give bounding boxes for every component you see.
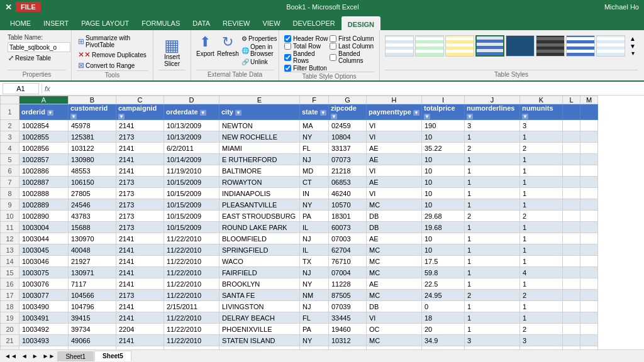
data-cell[interactable]: 1 — [520, 154, 563, 165]
data-cell[interactable]: 2141 — [116, 256, 164, 267]
data-cell[interactable]: 11/22/2010 — [164, 244, 219, 256]
data-cell[interactable]: 2141 — [116, 335, 164, 346]
data-cell[interactable]: 103122 — [69, 143, 116, 154]
data-cell[interactable]: 1 — [465, 131, 520, 143]
data-cell[interactable]: 10/13/2009 — [164, 120, 219, 131]
header-zipcode[interactable]: zipcode ▼ — [329, 104, 367, 120]
data-cell[interactable]: 2 — [520, 324, 563, 335]
data-cell[interactable]: 2/15/2011 — [164, 301, 219, 312]
tab-data[interactable]: DATA — [186, 16, 216, 30]
data-cell[interactable]: 1 — [520, 177, 563, 188]
data-cell[interactable]: 29.68 — [422, 211, 465, 222]
data-cell[interactable]: 35.22 — [422, 143, 465, 154]
data-cell[interactable]: 10/15/2009 — [164, 188, 219, 199]
data-cell[interactable]: 1002890 — [19, 211, 69, 222]
data-cell[interactable]: NEW ROCHELLE — [219, 131, 300, 143]
data-cell[interactable]: 3 — [520, 335, 563, 346]
data-cell[interactable]: 3 — [520, 120, 563, 131]
col-header-e[interactable]: E — [219, 96, 300, 104]
data-cell[interactable]: 1003046 — [19, 256, 69, 267]
data-cell[interactable]: E RUTHERFORD — [219, 154, 300, 165]
data-cell[interactable]: MA — [300, 120, 329, 131]
data-cell[interactable]: 1003492 — [19, 324, 69, 335]
data-cell[interactable]: MD — [300, 165, 329, 177]
data-cell[interactable]: MC — [367, 335, 422, 346]
data-cell[interactable]: AE — [367, 278, 422, 290]
data-cell[interactable]: 87505 — [329, 290, 367, 301]
tab-page-layout[interactable]: PAGE LAYOUT — [75, 16, 135, 30]
data-cell[interactable]: 1 — [465, 165, 520, 177]
file-menu-item[interactable]: FILE — [16, 2, 41, 12]
data-cell[interactable]: 49066 — [69, 335, 116, 346]
data-cell[interactable]: 07003 — [329, 233, 367, 244]
data-cell[interactable]: 21218 — [329, 165, 367, 177]
data-cell[interactable]: PLEASANTVILLE — [219, 199, 300, 211]
data-cell[interactable]: MC — [367, 290, 422, 301]
data-cell[interactable]: MC — [367, 199, 422, 211]
data-cell[interactable]: 2141 — [116, 143, 164, 154]
data-cell[interactable]: INDIANAPOLIS — [219, 188, 300, 199]
data-cell[interactable]: 1003076 — [19, 278, 69, 290]
data-cell[interactable]: 2173 — [116, 199, 164, 211]
data-cell[interactable]: 1 — [520, 165, 563, 177]
data-cell[interactable]: 21927 — [69, 256, 116, 267]
data-cell[interactable]: 1003045 — [19, 244, 69, 256]
data-cell[interactable]: 07004 — [329, 267, 367, 278]
data-cell[interactable]: 39415 — [69, 312, 116, 324]
data-cell[interactable]: PA — [300, 324, 329, 335]
col-header-k[interactable]: K — [520, 96, 563, 104]
data-cell[interactable]: NEWTON — [219, 120, 300, 131]
data-cell[interactable]: IL — [300, 222, 329, 233]
data-cell[interactable]: 1 — [520, 188, 563, 199]
data-cell[interactable]: 130970 — [69, 233, 116, 244]
data-cell[interactable]: 10 — [422, 233, 465, 244]
tab-view[interactable]: VIEW — [256, 16, 286, 30]
data-cell[interactable]: 48553 — [69, 165, 116, 177]
data-cell[interactable]: 33445 — [329, 312, 367, 324]
data-cell[interactable]: 2141 — [116, 278, 164, 290]
data-cell[interactable]: ROWAYTON — [219, 177, 300, 188]
data-cell[interactable]: 1 — [465, 278, 520, 290]
data-cell[interactable]: 19460 — [329, 324, 367, 335]
data-cell[interactable]: VI — [367, 165, 422, 177]
data-cell[interactable]: 1 — [465, 233, 520, 244]
data-cell[interactable]: 2173 — [116, 188, 164, 199]
resize-table-btn[interactable]: ⤢ Resize Table — [8, 53, 66, 63]
data-cell[interactable]: 1 — [520, 312, 563, 324]
banded-columns-check[interactable]: Banded Columns — [330, 50, 374, 64]
col-header-l[interactable]: L — [563, 96, 580, 104]
data-cell[interactable]: 1 — [465, 154, 520, 165]
data-cell[interactable]: 1003493 — [19, 335, 69, 346]
data-cell[interactable]: DB — [367, 211, 422, 222]
open-browser-btn[interactable]: 🌐 Open in Browser — [242, 43, 277, 57]
data-cell[interactable]: 40048 — [69, 244, 116, 256]
data-cell[interactable]: 1 — [465, 312, 520, 324]
col-header-g[interactable]: G — [329, 96, 367, 104]
data-cell[interactable]: 10/15/2009 — [164, 177, 219, 188]
data-cell[interactable]: 1 — [520, 278, 563, 290]
col-header-d[interactable]: D — [164, 96, 219, 104]
data-cell[interactable]: MC — [367, 267, 422, 278]
data-cell[interactable]: VI — [367, 312, 422, 324]
data-cell[interactable]: 45978 — [69, 120, 116, 131]
data-cell[interactable]: AE — [367, 177, 422, 188]
data-cell[interactable]: 17.5 — [422, 256, 465, 267]
col-header-f[interactable]: F — [300, 96, 329, 104]
data-cell[interactable]: 10 — [422, 188, 465, 199]
data-cell[interactable]: 11/22/2010 — [164, 278, 219, 290]
data-cell[interactable]: 1002856 — [19, 143, 69, 154]
data-cell[interactable]: 1002888 — [19, 188, 69, 199]
data-cell[interactable]: 60073 — [329, 222, 367, 233]
data-cell[interactable]: CT — [300, 177, 329, 188]
sheet-nav-right[interactable]: ►► — [41, 353, 57, 359]
data-cell[interactable]: 2141 — [116, 120, 164, 131]
data-cell[interactable]: 10 — [422, 177, 465, 188]
data-cell[interactable]: 10/14/2009 — [164, 154, 219, 165]
data-cell[interactable]: 130980 — [69, 154, 116, 165]
data-cell[interactable]: 1003491 — [19, 312, 69, 324]
data-cell[interactable]: EAST STROUDSBURG — [219, 211, 300, 222]
data-cell[interactable]: NY — [300, 199, 329, 211]
data-cell[interactable]: 10 — [422, 244, 465, 256]
data-cell[interactable]: SPRINGFIELD — [219, 244, 300, 256]
header-totalprice[interactable]: totalprice ▼ — [422, 104, 465, 120]
